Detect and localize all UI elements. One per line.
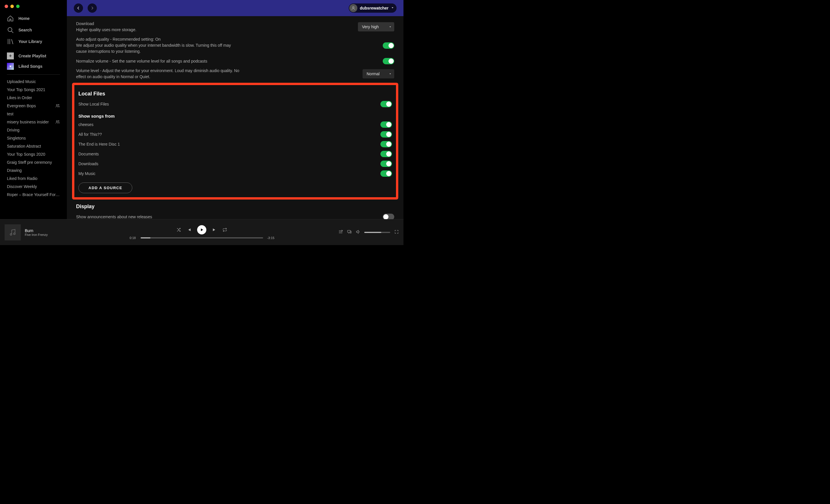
local-source-label: My Music	[78, 171, 95, 177]
svg-point-8	[58, 121, 59, 121]
previous-button[interactable]	[187, 227, 191, 232]
progress-track[interactable]	[141, 237, 263, 239]
local-source-label: Documents	[78, 151, 99, 157]
local-source-toggle[interactable]	[380, 131, 392, 137]
shuffle-icon	[177, 227, 181, 232]
volume-level-select[interactable]: Normal	[362, 69, 394, 78]
repeat-icon	[222, 227, 227, 232]
progress-bar[interactable]: 0:18 -3:15	[128, 236, 276, 240]
nav-search[interactable]: Search	[2, 24, 65, 36]
local-source-toggle[interactable]	[380, 151, 392, 157]
local-source-row: The End is Here Disc 1	[78, 139, 392, 149]
playlist-name: Graig Steff pre ceremony	[7, 160, 52, 165]
playlist-name: Discover Weekly	[7, 184, 37, 189]
track-title[interactable]: Burn	[25, 228, 47, 233]
playlist-item[interactable]: Roper – Brace Yourself For T…	[2, 191, 65, 199]
setting-show-local-files: Show Local Files	[78, 99, 392, 109]
svg-rect-12	[348, 230, 350, 232]
svg-rect-13	[350, 231, 351, 233]
playlist-item[interactable]: Drawing	[2, 166, 65, 175]
shuffle-button[interactable]	[177, 227, 181, 232]
local-source-toggle[interactable]	[380, 170, 392, 177]
display-heading: Display	[76, 203, 394, 210]
now-playing: Burn Five Iron Frenzy	[5, 224, 128, 241]
liked-songs-label: Liked Songs	[19, 64, 42, 69]
liked-songs[interactable]: ♥ Liked Songs	[2, 61, 65, 71]
local-source-toggle[interactable]	[380, 121, 392, 128]
playlist-name: Drawing	[7, 168, 22, 173]
setting-volume-level: Volume level - Adjust the volume for you…	[76, 66, 394, 82]
volume-level-title: Volume level - Adjust the volume for you…	[76, 68, 241, 80]
nav-library[interactable]: Your Library	[2, 36, 65, 47]
local-source-toggle[interactable]	[380, 161, 392, 167]
settings-content[interactable]: Download Higher quality uses more storag…	[67, 16, 404, 219]
speaker-icon	[356, 229, 360, 234]
expand-icon	[394, 229, 399, 234]
announcements-toggle[interactable]	[383, 214, 394, 219]
playlist-name: Uploaded Music	[7, 79, 36, 84]
setting-download-quality: Download Higher quality uses more storag…	[76, 19, 394, 35]
playlist-item[interactable]: Uploaded Music	[2, 77, 65, 86]
playlist-item[interactable]: Driving	[2, 126, 65, 134]
devices-button[interactable]	[347, 229, 352, 235]
local-source-label: All for This??	[78, 131, 102, 137]
play-icon	[200, 228, 204, 232]
track-artist[interactable]: Five Iron Frenzy	[25, 233, 47, 237]
playlist-name: Saturation Abstract	[7, 144, 41, 149]
repeat-button[interactable]	[222, 227, 227, 232]
playlist-item[interactable]: test	[2, 110, 65, 118]
add-source-button[interactable]: ADD A SOURCE	[78, 183, 132, 193]
playlist-list[interactable]: Uploaded MusicYour Top Songs 2021Likes i…	[0, 77, 67, 219]
nav-home-label: Home	[19, 16, 30, 21]
auto-adjust-toggle[interactable]	[383, 42, 394, 49]
playlist-item[interactable]: Graig Steff pre ceremony	[2, 158, 65, 166]
nav-home[interactable]: Home	[2, 13, 65, 24]
skip-forward-icon	[212, 227, 217, 232]
download-title: Download	[76, 21, 136, 27]
back-button[interactable]	[74, 3, 83, 13]
local-source-toggle[interactable]	[380, 141, 392, 147]
playlist-name: test	[7, 112, 13, 116]
chevron-right-icon	[90, 6, 95, 10]
local-source-row: cheeses	[78, 120, 392, 129]
queue-button[interactable]	[338, 229, 343, 235]
playlist-item[interactable]: misery business insider	[2, 118, 65, 126]
announcements-label: Show announcements about new releases	[76, 214, 152, 219]
window-controls	[0, 0, 67, 8]
play-button[interactable]	[197, 225, 206, 234]
normalize-title: Normalize volume - Set the same volume l…	[76, 58, 207, 64]
elapsed-time: 0:18	[128, 236, 138, 240]
playlist-name: Evergreen Bops	[7, 103, 36, 108]
home-icon	[7, 15, 14, 22]
volume-slider[interactable]	[364, 232, 390, 233]
create-playlist[interactable]: + Create Playlist	[2, 51, 65, 61]
local-source-row: All for This??	[78, 129, 392, 139]
player-controls: 0:18 -3:15	[128, 225, 276, 240]
user-menu[interactable]: dubsrewatcher	[349, 3, 396, 13]
show-local-files-label: Show Local Files	[78, 101, 109, 107]
playlist-item[interactable]: Discover Weekly	[2, 183, 65, 191]
fullscreen-button[interactable]	[394, 229, 399, 235]
playlist-item[interactable]: Likes in Order	[2, 94, 65, 102]
playlist-name: Likes in Order	[7, 95, 32, 100]
playlist-item[interactable]: Your Top Songs 2020	[2, 150, 65, 158]
playlist-name: Roper – Brace Yourself For T…	[7, 192, 60, 197]
download-quality-select[interactable]: Very high	[358, 22, 394, 31]
show-local-files-toggle[interactable]	[380, 101, 392, 107]
minimize-window-icon[interactable]	[10, 5, 14, 8]
album-art[interactable]	[5, 224, 21, 241]
topbar: dubsrewatcher	[67, 0, 404, 16]
next-button[interactable]	[212, 227, 217, 232]
playlist-item[interactable]: Saturation Abstract	[2, 142, 65, 150]
playlist-item[interactable]: Your Top Songs 2021	[2, 86, 65, 94]
close-window-icon[interactable]	[5, 5, 8, 8]
normalize-toggle[interactable]	[383, 58, 394, 64]
playlist-item[interactable]: Singletons	[2, 134, 65, 142]
forward-button[interactable]	[88, 3, 97, 13]
mute-button[interactable]	[356, 229, 360, 235]
setting-normalize: Normalize volume - Set the same volume l…	[76, 56, 394, 66]
devices-icon	[347, 229, 352, 234]
playlist-item[interactable]: Evergreen Bops	[2, 102, 65, 110]
maximize-window-icon[interactable]	[16, 5, 20, 8]
playlist-item[interactable]: Liked from Radio	[2, 175, 65, 183]
